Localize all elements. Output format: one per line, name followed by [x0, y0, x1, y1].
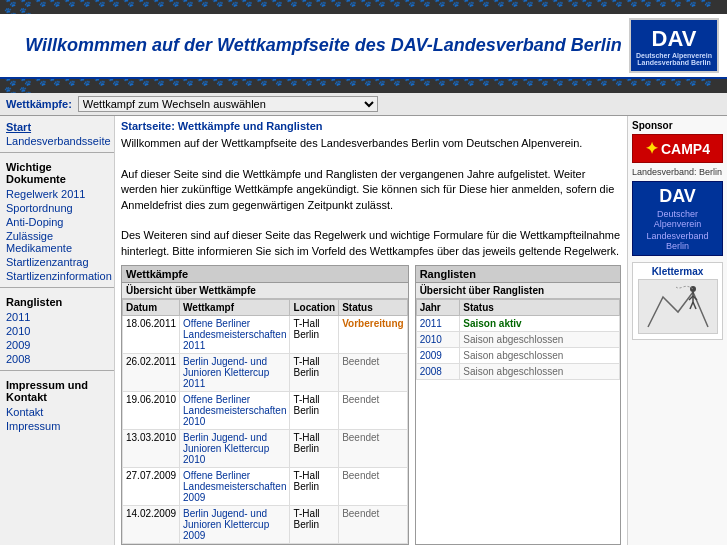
rl-table-row: 2009 Saison abgeschlossen — [416, 348, 619, 364]
wk-location: T-Hall Berlin — [290, 430, 339, 468]
page-title: Willkommmen auf der Wettkampfseite des D… — [18, 35, 629, 56]
wk-status: Beendet — [339, 468, 407, 506]
wk-status: Beendet — [339, 354, 407, 392]
wk-status: Beendet — [339, 430, 407, 468]
svg-line-5 — [693, 302, 696, 309]
rl-jahr[interactable]: 2010 — [416, 332, 460, 348]
rl-jahr[interactable]: 2009 — [416, 348, 460, 364]
left-sidebar: Start Landesverbandsseite Wichtige Dokum… — [0, 116, 115, 545]
wk-table-row: 18.06.2011 Offene Berliner Landesmeister… — [123, 316, 408, 354]
camp4-star: ✦ — [645, 139, 658, 158]
wettkampf-table-container: Wettkämpfe Übersicht über Wettkämpfe Dat… — [121, 265, 409, 545]
wk-location: T-Hall Berlin — [290, 506, 339, 544]
main-layout: Start Landesverbandsseite Wichtige Dokum… — [0, 116, 727, 545]
ranglisten-table-container: Ranglisten Übersicht über Ranglisten Jah… — [415, 265, 621, 545]
dav-sponsor-sub1: Deutscher Alpenverein — [637, 209, 718, 229]
sidebar-section-ranglisten: Ranglisten — [0, 292, 114, 310]
sidebar-item-impressum[interactable]: Impressum — [0, 419, 114, 433]
sidebar-item-startlizenz-info[interactable]: Startlizenzinformation — [0, 269, 114, 283]
wettkampf-section-title: Wettkämpfe — [122, 266, 408, 283]
wk-status: Beendet — [339, 506, 407, 544]
wk-location: T-Hall Berlin — [290, 468, 339, 506]
sponsor-title: Sponsor — [632, 120, 723, 131]
sidebar-item-regelwerk[interactable]: Regelwerk 2011 — [0, 187, 114, 201]
dav-logo: DAV Deutscher Alpenverein Landesverband … — [629, 18, 719, 73]
wk-name[interactable]: Offene Berliner Landesmeisterschaften 20… — [180, 468, 290, 506]
wk-table-row: 27.07.2009 Offene Berliner Landesmeister… — [123, 468, 408, 506]
sidebar-item-medikamente[interactable]: Zulässige Medikamente — [0, 229, 114, 255]
wk-status: Beendet — [339, 392, 407, 430]
wettkampf-select[interactable]: Wettkampf zum Wechseln auswählen — [78, 96, 378, 112]
wk-table-row: 26.02.2011 Berlin Jugend- und Junioren K… — [123, 354, 408, 392]
col-wettkampf: Wettkampf — [180, 300, 290, 316]
rl-status: Saison aktiv — [460, 316, 620, 332]
wk-datum: 26.02.2011 — [123, 354, 180, 392]
wk-table-row: 13.03.2010 Berlin Jugend- und Junioren K… — [123, 430, 408, 468]
col-jahr: Jahr — [416, 300, 460, 316]
intro-p2: Auf dieser Seite sind die Wettkämpfe und… — [121, 167, 621, 213]
svg-line-4 — [690, 302, 693, 309]
dropdown-label: Wettkämpfe: — [6, 98, 72, 110]
wk-datum: 13.03.2010 — [123, 430, 180, 468]
sidebar-item-2008[interactable]: 2008 — [0, 352, 114, 366]
wk-datum: 19.06.2010 — [123, 392, 180, 430]
klettermax-title: Klettermax — [636, 266, 719, 277]
wettkampf-table: Datum Wettkampf Location Status 18.06.20… — [122, 299, 408, 544]
camp4-logo[interactable]: ✦ CAMP4 — [632, 134, 723, 163]
header: Willkommmen auf der Wettkampfseite des D… — [0, 14, 727, 79]
sidebar-item-anti-doping[interactable]: Anti-Doping — [0, 215, 114, 229]
col-location: Location — [290, 300, 339, 316]
wk-name[interactable]: Offene Berliner Landesmeisterschaften 20… — [180, 316, 290, 354]
rl-jahr[interactable]: 2011 — [416, 316, 460, 332]
tables-section: Wettkämpfe Übersicht über Wettkämpfe Dat… — [121, 265, 621, 545]
main-content: Startseite: Wettkämpfe und Ranglisten Wi… — [115, 116, 627, 545]
wk-location: T-Hall Berlin — [290, 316, 339, 354]
ranglisten-table: Jahr Status 2011 Saison aktiv 2010 Saiso… — [416, 299, 620, 380]
right-sidebar: Sponsor ✦ CAMP4 Landesverband: Berlin DA… — [627, 116, 727, 545]
wk-name[interactable]: Offene Berliner Landesmeisterschaften 20… — [180, 392, 290, 430]
paw-decoration: 🐾 🐾 🐾 🐾 🐾 🐾 🐾 🐾 🐾 🐾 🐾 🐾 🐾 🐾 🐾 🐾 🐾 🐾 🐾 🐾 … — [0, 0, 727, 14]
wk-datum: 18.06.2011 — [123, 316, 180, 354]
sidebar-section-impressum: Impressum und Kontakt — [0, 375, 114, 405]
rl-table-row: 2008 Saison abgeschlossen — [416, 364, 619, 380]
lv-label: Landesverband: Berlin — [632, 167, 723, 177]
wk-overview-title: Übersicht über Wettkämpfe — [122, 283, 408, 299]
wk-location: T-Hall Berlin — [290, 354, 339, 392]
wk-name[interactable]: Berlin Jugend- und Junioren Klettercup 2… — [180, 430, 290, 468]
wk-datum: 27.07.2009 — [123, 468, 180, 506]
klettermax-box: Klettermax — [632, 262, 723, 340]
dav-logo-text: DAV — [652, 26, 697, 52]
sidebar-item-kontakt[interactable]: Kontakt — [0, 405, 114, 419]
wk-name[interactable]: Berlin Jugend- und Junioren Klettercup 2… — [180, 354, 290, 392]
rl-jahr[interactable]: 2008 — [416, 364, 460, 380]
sidebar-item-2011[interactable]: 2011 — [0, 310, 114, 324]
rl-table-row: 2010 Saison abgeschlossen — [416, 332, 619, 348]
dav-sponsor-sub2: Landesverband Berlin — [637, 231, 718, 251]
rl-status: Saison abgeschlossen — [460, 348, 620, 364]
sidebar-item-sportordnung[interactable]: Sportordnung — [0, 201, 114, 215]
wk-location: T-Hall Berlin — [290, 392, 339, 430]
rl-status: Saison abgeschlossen — [460, 332, 620, 348]
sidebar-item-start[interactable]: Start — [0, 120, 114, 134]
breadcrumb: Startseite: Wettkämpfe und Ranglisten — [121, 120, 621, 132]
klettermax-svg — [643, 282, 713, 332]
wk-status: Vorbereitung — [339, 316, 407, 354]
klettermax-image — [638, 279, 718, 334]
sidebar-item-2010[interactable]: 2010 — [0, 324, 114, 338]
sidebar-item-2009[interactable]: 2009 — [0, 338, 114, 352]
camp4-text: CAMP4 — [661, 141, 710, 157]
sidebar-item-startlizenz[interactable]: Startlizenzantrag — [0, 255, 114, 269]
col-rl-status: Status — [460, 300, 620, 316]
rl-overview-title: Übersicht über Ranglisten — [416, 283, 620, 299]
paw-decoration-2: 🐾 🐾 🐾 🐾 🐾 🐾 🐾 🐾 🐾 🐾 🐾 🐾 🐾 🐾 🐾 🐾 🐾 🐾 🐾 🐾 … — [0, 79, 727, 93]
sidebar-item-landesverband[interactable]: Landesverbandsseite — [0, 134, 114, 148]
dav-logo-line2: Deutscher Alpenverein — [636, 52, 712, 59]
intro-text: Willkommen auf der Wettkampfseite des La… — [121, 136, 621, 259]
dav-logo-line3: Landesverband Berlin — [637, 59, 711, 66]
wk-name[interactable]: Berlin Jugend- und Junioren Klettercup 2… — [180, 506, 290, 544]
wk-datum: 14.02.2009 — [123, 506, 180, 544]
dropdown-bar: Wettkämpfe: Wettkampf zum Wechseln auswä… — [0, 93, 727, 116]
dav-sponsor-text: DAV — [637, 186, 718, 207]
rl-table-row: 2011 Saison aktiv — [416, 316, 619, 332]
rl-status: Saison abgeschlossen — [460, 364, 620, 380]
